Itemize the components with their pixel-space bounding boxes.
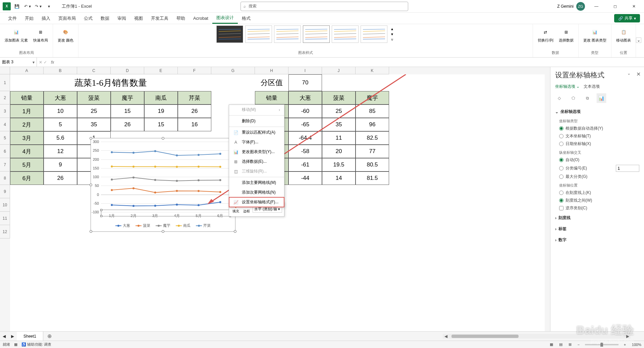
chart-style-6[interactable]	[361, 25, 387, 43]
chart-styles-more[interactable]: ▴▾▿	[389, 26, 395, 42]
tab-页面布局[interactable]: 页面布局	[54, 13, 80, 24]
cell[interactable]: 82.5	[356, 131, 389, 145]
add-sheet-button[interactable]: ⊕	[43, 333, 56, 339]
maximize-button[interactable]: ◻	[608, 0, 623, 13]
ribbon-collapse-button[interactable]: ⌄	[636, 38, 641, 43]
effects-icon-tab[interactable]: ⬠	[569, 94, 577, 102]
cell[interactable]: 15	[111, 105, 144, 118]
row-header-4[interactable]: 4	[0, 118, 10, 131]
cell[interactable]: 1月	[10, 105, 44, 118]
cell[interactable]: 11	[322, 131, 356, 145]
cell[interactable]: 2月	[10, 118, 44, 131]
auto-axis-radio[interactable]: 根据数据自动选择(Y)	[559, 126, 639, 131]
tab-视图[interactable]: 视图	[130, 13, 147, 24]
accessibility-status[interactable]: ♿ 辅助功能: 调查	[21, 342, 51, 347]
axis-options-icon-tab[interactable]: 📊	[597, 93, 606, 103]
column-header-E[interactable]: E	[144, 67, 178, 74]
cell[interactable]: 6月	[10, 171, 44, 185]
cell[interactable]: 26	[111, 118, 144, 131]
page-break-view-button[interactable]: ⊞	[566, 342, 574, 348]
quick-layout-button[interactable]: ⊞ 快速布局	[31, 25, 50, 44]
chart-resize-handle[interactable]	[162, 230, 164, 233]
cell[interactable]: 5	[44, 118, 77, 131]
legend-item[interactable]: 大葱	[115, 223, 130, 228]
row-header-9[interactable]: 9	[0, 185, 10, 198]
pane-options-button[interactable]: ⌄	[627, 71, 631, 76]
cell[interactable]: 12	[44, 145, 77, 158]
qat-customize[interactable]: ▾	[44, 2, 54, 11]
save-button[interactable]: 💾	[12, 2, 21, 11]
chart-resize-handle[interactable]	[234, 230, 236, 233]
tab-数据[interactable]: 数据	[97, 13, 113, 24]
zoom-slider[interactable]	[585, 344, 619, 345]
chart-style-2[interactable]	[245, 25, 272, 43]
zoom-in-button[interactable]: +	[622, 343, 628, 347]
move-chart-button[interactable]: 📋 移动图表	[614, 25, 633, 44]
axis-options-tab[interactable]: 坐标轴选项 ⌄	[555, 84, 580, 89]
menu-item-9[interactable]: 📈设置坐标轴格式(F)...	[229, 197, 284, 207]
on-tick-radio[interactable]: 在刻度线上(K)	[559, 190, 639, 196]
cancel-formula-icon[interactable]: ✕	[39, 60, 42, 65]
cell[interactable]: 25	[77, 105, 111, 118]
chart-resize-handle[interactable]	[90, 137, 92, 140]
legend-item[interactable]: 魔芋	[156, 223, 170, 228]
chart-resize-handle[interactable]	[162, 137, 164, 140]
fx-icon[interactable]: fx	[49, 60, 56, 65]
switch-rowcol-button[interactable]: ⇄ 切换行/列	[536, 25, 555, 44]
cell[interactable]: -60	[288, 105, 322, 118]
cell[interactable]: 4月	[10, 145, 44, 158]
menu-item-7[interactable]: 添加主要网格线(M)	[229, 178, 284, 188]
cell[interactable]: 3月	[10, 131, 44, 145]
tab-文件[interactable]: 文件	[4, 13, 21, 24]
chart-resize-handle[interactable]	[90, 230, 92, 233]
row-header-6[interactable]: 6	[0, 145, 10, 158]
menu-item-1[interactable]: 删除(D)	[229, 116, 284, 126]
select-all-corner[interactable]	[0, 67, 10, 74]
page-layout-view-button[interactable]: ▤	[557, 342, 565, 348]
cell[interactable]: 15	[144, 118, 178, 131]
share-button[interactable]: 🔗 共享 ▾	[614, 14, 640, 22]
undo-button[interactable]: ↶ ▾	[23, 2, 32, 11]
cell[interactable]: -64.4	[288, 131, 322, 145]
column-header-D[interactable]: D	[111, 67, 144, 74]
cell[interactable]: 10	[44, 105, 77, 118]
change-colors-button[interactable]: 🎨 更改 颜色	[56, 25, 75, 44]
tab-Acrobat[interactable]: Acrobat	[189, 13, 212, 24]
column-header-G[interactable]: G	[211, 67, 255, 74]
cell[interactable]: 南瓜	[144, 91, 178, 105]
cell[interactable]: 销量	[255, 91, 288, 105]
user-account[interactable]: Z Gemini ZG	[557, 2, 585, 11]
column-header-A[interactable]: A	[10, 67, 44, 74]
cell[interactable]: 5月	[10, 158, 44, 171]
cell[interactable]: 70	[288, 74, 322, 91]
cell[interactable]: -44	[288, 171, 322, 185]
row-header-8[interactable]: 8	[0, 171, 10, 185]
text-options-tab[interactable]: 文本选项	[584, 84, 600, 89]
macro-icon[interactable]: ▦	[14, 342, 17, 347]
chart-style-1[interactable]	[216, 25, 243, 43]
tab-帮助[interactable]: 帮助	[172, 13, 189, 24]
confirm-formula-icon[interactable]: ✓	[44, 60, 47, 65]
cell[interactable]: 19.5	[322, 158, 356, 171]
cell[interactable]: 77	[356, 145, 389, 158]
reverse-categories-check[interactable]: 逆序类别(C)	[559, 205, 639, 211]
cell[interactable]: 销量	[10, 91, 44, 105]
cell[interactable]: -65	[288, 118, 322, 131]
cell[interactable]: 80.5	[356, 158, 389, 171]
column-header-C[interactable]: C	[77, 67, 111, 74]
legend-item[interactable]: 南瓜	[176, 223, 191, 228]
cell[interactable]: 魔芋	[356, 91, 389, 105]
cell[interactable]: 菠菜	[322, 91, 356, 105]
between-tick-radio[interactable]: 刻度线之间(W)	[559, 198, 639, 203]
embedded-chart[interactable]: -100-500501001502002503001月2月3月4月5月6月大葱菠…	[91, 138, 235, 232]
column-header-J[interactable]: J	[322, 67, 356, 74]
tab-公式[interactable]: 公式	[80, 13, 97, 24]
sheet-tab-1[interactable]: Sheet1	[17, 332, 43, 341]
max-category-radio[interactable]: 最大分类(G)	[559, 174, 639, 180]
text-axis-radio[interactable]: 文本坐标轴(T)	[559, 133, 639, 139]
fill-line-icon-tab[interactable]: ◇	[555, 94, 563, 102]
size-icon-tab[interactable]: ⧉	[583, 94, 591, 102]
menu-item-3[interactable]: A字体(F)...	[229, 137, 284, 147]
pane-close-button[interactable]: ✕	[636, 71, 641, 77]
cell[interactable]: 16	[178, 118, 211, 131]
